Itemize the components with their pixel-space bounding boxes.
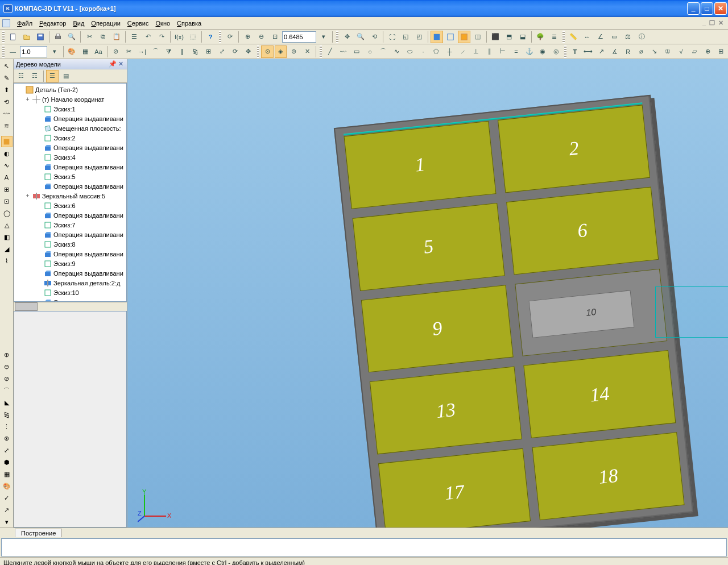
measure-button[interactable]: 📏 bbox=[567, 31, 580, 43]
preview-button[interactable]: 🔍 bbox=[65, 31, 78, 43]
tree-node[interactable]: Операция выдавливани bbox=[14, 162, 126, 172]
dim-dia-tool[interactable]: ⌀ bbox=[635, 45, 647, 58]
color-button[interactable]: 🎨 bbox=[66, 45, 78, 58]
perspective-button[interactable]: ◫ bbox=[471, 31, 484, 43]
save-button[interactable] bbox=[34, 31, 47, 43]
maximize-button[interactable]: □ bbox=[701, 2, 713, 15]
pline-tool[interactable]: 〰 bbox=[337, 45, 349, 58]
tang-tool[interactable]: ⊥ bbox=[470, 45, 482, 58]
cut-extr-button[interactable]: ⊖ bbox=[1, 361, 13, 372]
measure-angle-button[interactable]: ∠ bbox=[594, 31, 607, 43]
tree-node[interactable]: Операция выдавливани bbox=[14, 249, 126, 259]
tree-node[interactable]: Эскиз:5 bbox=[14, 172, 126, 181]
toolbar-grip[interactable] bbox=[562, 31, 565, 43]
tree-node[interactable]: Эскиз:8 bbox=[14, 239, 126, 249]
tree-button[interactable]: 🌳 bbox=[534, 31, 547, 43]
tree-node[interactable]: Операция выдавливани bbox=[14, 210, 126, 220]
line-tool[interactable]: ╱ bbox=[324, 45, 336, 58]
toolbar-grip[interactable] bbox=[2, 45, 5, 58]
tree-node[interactable]: Операция выдавливани bbox=[14, 143, 126, 152]
tree-node[interactable]: Операция выдавливани bbox=[14, 268, 126, 278]
style-button[interactable]: Aa bbox=[92, 45, 104, 58]
simplify-button[interactable]: ⬓ bbox=[516, 31, 529, 43]
sketch-tool[interactable]: ✎ bbox=[1, 72, 13, 84]
snap-end-button[interactable]: ⊙ bbox=[261, 45, 273, 58]
draft-button[interactable]: ◢ bbox=[1, 243, 13, 255]
model-tree[interactable]: Деталь (Тел-2)+(т) Начало координатЭскиз… bbox=[14, 83, 127, 302]
parallel-tool[interactable]: ∥ bbox=[483, 45, 495, 58]
dim-align-tool[interactable]: ↗ bbox=[595, 45, 607, 58]
scale-button[interactable]: ⤢ bbox=[216, 45, 228, 58]
section-button[interactable]: ⬒ bbox=[503, 31, 515, 43]
toolbar-grip[interactable] bbox=[336, 31, 338, 43]
tree-node[interactable]: Операция выдавливани bbox=[14, 114, 126, 123]
array-button[interactable]: ⊞ bbox=[202, 45, 214, 58]
surface-panel-button[interactable]: ◐ bbox=[1, 148, 13, 159]
circle-tool[interactable]: ○ bbox=[364, 45, 376, 58]
snap-int-button[interactable]: ✕ bbox=[301, 45, 313, 58]
tree-node[interactable]: Деталь (Тел-2) bbox=[14, 85, 126, 94]
tree-node[interactable]: Эскиз:7 bbox=[14, 220, 126, 230]
paste-button[interactable]: 📋 bbox=[110, 31, 123, 43]
dim-linear-tool[interactable]: ⟷ bbox=[582, 45, 594, 58]
zoom-window-icon[interactable]: ⊡ bbox=[268, 31, 281, 43]
toolbar-grip[interactable] bbox=[257, 45, 259, 58]
menu-service[interactable]: Сервис bbox=[124, 19, 152, 28]
tab-construction[interactable]: Построение bbox=[15, 529, 62, 537]
toolbar-grip[interactable] bbox=[219, 31, 221, 43]
pan-button[interactable]: ✥ bbox=[341, 31, 353, 43]
mdi-minimize-button[interactable]: _ bbox=[702, 19, 706, 27]
color3d-button[interactable]: 🎨 bbox=[1, 480, 13, 492]
zoom-realtime-button[interactable]: 🔍 bbox=[354, 31, 367, 43]
zoom-sel-button[interactable]: ◱ bbox=[399, 31, 412, 43]
export-button[interactable]: ↗ bbox=[1, 504, 13, 516]
more-button[interactable]: ▾ bbox=[1, 516, 13, 527]
pattern-lin-button[interactable]: ⋮ bbox=[1, 421, 13, 432]
tree-view2-button[interactable]: ☶ bbox=[28, 70, 41, 82]
datum-tool[interactable]: ▱ bbox=[688, 45, 700, 58]
refresh-button[interactable]: ⟳ bbox=[224, 31, 236, 43]
select-tool[interactable]: ↖ bbox=[1, 60, 13, 72]
hole-button[interactable]: ◯ bbox=[1, 207, 13, 219]
snap-mid-button[interactable]: ◈ bbox=[275, 45, 287, 58]
new-button[interactable] bbox=[7, 31, 19, 43]
wireframe-button[interactable] bbox=[444, 31, 457, 43]
arc-tool[interactable]: ⌒ bbox=[377, 45, 389, 58]
menu-editor[interactable]: Редактор bbox=[36, 19, 69, 28]
mirror3d-button[interactable]: ⧎ bbox=[1, 409, 13, 420]
panel-close-icon[interactable]: ✕ bbox=[117, 60, 125, 68]
constr-tool[interactable]: ⟋ bbox=[457, 45, 469, 58]
point-tool[interactable]: · bbox=[417, 45, 429, 58]
trim-button[interactable]: ✂ bbox=[123, 45, 135, 58]
tree-node[interactable]: Эскиз:4 bbox=[14, 152, 126, 162]
tree-node[interactable]: Эскиз:1 bbox=[14, 104, 126, 114]
tree-node[interactable]: Смещенная плоскость: bbox=[14, 123, 126, 133]
zoom-in-icon[interactable]: ⊕ bbox=[241, 31, 254, 43]
dim-rad-tool[interactable]: R bbox=[622, 45, 634, 58]
rect-tool[interactable]: ▭ bbox=[350, 45, 362, 58]
dropdown-icon[interactable]: ▾ bbox=[317, 31, 330, 43]
rotate-button[interactable]: ⟲ bbox=[368, 31, 380, 43]
polygon-tool[interactable]: ⬠ bbox=[431, 45, 442, 58]
close-button[interactable]: ✕ bbox=[714, 2, 727, 15]
perp-tool[interactable]: ⊢ bbox=[497, 45, 508, 58]
undo-button[interactable]: ↶ bbox=[142, 31, 154, 43]
toolbar-grip[interactable] bbox=[564, 45, 566, 58]
move-button[interactable]: ✥ bbox=[242, 45, 254, 58]
copy-button[interactable]: ⧉ bbox=[97, 31, 109, 43]
fillet3d-button[interactable]: ⌒ bbox=[1, 385, 13, 396]
text-tool[interactable]: T bbox=[569, 45, 581, 58]
measure-area-button[interactable]: ▭ bbox=[608, 31, 621, 43]
open-button[interactable] bbox=[20, 31, 33, 43]
fillet-button[interactable]: ⌒ bbox=[150, 45, 162, 58]
tree-view1-button[interactable]: ☷ bbox=[15, 70, 27, 82]
material-button[interactable]: ▦ bbox=[1, 468, 13, 480]
chamfer3d-button[interactable]: ◣ bbox=[1, 397, 13, 408]
tree-node[interactable]: +Зеркальный массив:5 bbox=[14, 191, 126, 201]
gtol-tool[interactable]: ⊕ bbox=[702, 45, 714, 58]
coinc-tool[interactable]: ◉ bbox=[536, 45, 548, 58]
rib-button[interactable]: △ bbox=[1, 219, 13, 231]
zoom-input[interactable] bbox=[282, 31, 316, 43]
tree-node[interactable]: +(т) Начало координат bbox=[14, 94, 126, 104]
help-icon[interactable]: ? bbox=[204, 31, 217, 43]
